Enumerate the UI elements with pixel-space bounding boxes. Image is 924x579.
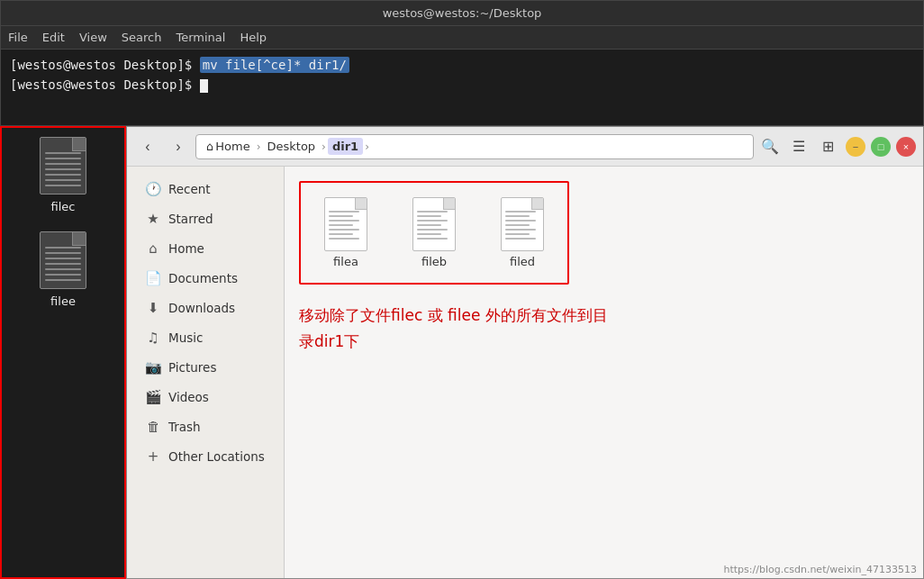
file-line: [329, 229, 359, 231]
fm-content: filea fileb: [285, 167, 923, 578]
breadcrumb-desktop[interactable]: Desktop: [262, 138, 320, 155]
sidebar-item-pictures[interactable]: 📷 Pictures: [131, 353, 280, 382]
sidebar-label-videos: Videos: [168, 390, 209, 404]
sidebar-item-other-locations[interactable]: + Other Locations: [131, 442, 280, 471]
downloads-icon: ⬇: [145, 300, 161, 316]
cursor: [200, 79, 208, 93]
file-line: [329, 220, 359, 222]
recent-icon: 🕐: [145, 181, 161, 197]
nav-back-button[interactable]: ‹: [134, 134, 161, 159]
prompt1: [westos@westos Desktop]$: [10, 58, 192, 72]
file-line: [45, 158, 81, 159]
prompt2: [westos@westos Desktop]$: [10, 77, 192, 92]
trash-icon: 🗑: [145, 419, 161, 435]
music-icon: ♫: [145, 330, 161, 346]
menu-search[interactable]: Search: [122, 31, 162, 44]
sidebar-item-music[interactable]: ♫ Music: [131, 323, 280, 352]
file-line: [45, 252, 81, 254]
left-panel: filec filee: [0, 126, 126, 579]
watermark: https://blog.csdn.net/weixin_47133513: [723, 564, 917, 575]
sidebar-label-home: Home: [168, 241, 204, 256]
sidebar-item-downloads[interactable]: ⬇ Downloads: [131, 294, 280, 322]
file-line: [329, 224, 353, 226]
desktop-file-filec[interactable]: filec: [40, 137, 86, 213]
view-grid-button[interactable]: ⊞: [815, 134, 840, 159]
breadcrumb-home-label: Home: [215, 140, 249, 153]
menu-edit[interactable]: Edit: [42, 31, 65, 44]
file-line: [505, 238, 536, 240]
annotation-text: 移动除了文件filec 或 filee 外的所有文件到目 录dir1下: [299, 303, 909, 355]
terminal-line2: [westos@westos Desktop]$: [10, 75, 914, 95]
close-button[interactable]: ×: [896, 137, 916, 157]
desktop-file-filee[interactable]: filee: [40, 231, 86, 308]
tb-right: 🔍 ☰ ⊞ − □ ×: [757, 134, 916, 159]
file-line: [505, 211, 536, 213]
file-icon-fileb: [412, 197, 456, 251]
view-list-button[interactable]: ☰: [786, 134, 811, 159]
sidebar-item-starred[interactable]: ★ Starred: [131, 204, 280, 233]
file-name-fileb: fileb: [421, 255, 447, 268]
nav-forward-button[interactable]: ›: [165, 134, 192, 159]
fm-sidebar: 🕐 Recent ★ Starred ⌂ Home 📄 Documents ⬇ …: [127, 167, 285, 578]
file-line: [45, 274, 81, 276]
breadcrumb-home[interactable]: ⌂ Home: [202, 138, 255, 155]
file-line: [505, 220, 536, 222]
file-line: [45, 152, 81, 154]
file-name-filee: filee: [50, 294, 76, 308]
file-line: [505, 215, 530, 217]
file-lines-filec: [45, 152, 81, 190]
home-sidebar-icon: ⌂: [145, 240, 161, 257]
file-icon-filec: [40, 137, 86, 195]
file-line: [417, 224, 441, 226]
breadcrumb-end: ›: [365, 140, 369, 153]
search-button[interactable]: 🔍: [757, 134, 783, 159]
file-line: [417, 238, 448, 240]
sidebar-item-recent[interactable]: 🕐 Recent: [131, 175, 280, 204]
minimize-button[interactable]: −: [846, 137, 865, 157]
file-line: [505, 224, 530, 226]
maximize-button[interactable]: □: [871, 137, 891, 157]
file-item-filed[interactable]: filed: [492, 192, 553, 274]
menu-file[interactable]: File: [8, 31, 28, 44]
menu-view[interactable]: View: [79, 31, 107, 44]
sidebar-item-documents[interactable]: 📄 Documents: [131, 264, 280, 293]
videos-icon: 🎬: [145, 389, 161, 405]
breadcrumb-desktop-label: Desktop: [267, 140, 315, 153]
sidebar-label-downloads: Downloads: [168, 301, 235, 315]
file-line: [329, 238, 359, 240]
file-lines-filed: [505, 211, 539, 242]
sidebar-item-videos[interactable]: 🎬 Videos: [131, 383, 280, 412]
location-bar: ⌂ Home › Desktop › dir1 ›: [195, 134, 754, 159]
menu-terminal[interactable]: Terminal: [176, 31, 225, 44]
file-lines-filea: [329, 211, 363, 242]
sidebar-label-starred: Starred: [168, 212, 213, 226]
file-name-filea: filea: [333, 255, 358, 268]
annotation-line2: 录dir1下: [299, 332, 359, 350]
file-line: [45, 185, 81, 186]
file-lines-filee: [45, 247, 81, 285]
file-line: [417, 211, 448, 213]
menu-help[interactable]: Help: [240, 31, 267, 44]
sidebar-label-trash: Trash: [168, 420, 201, 434]
file-item-filea[interactable]: filea: [315, 192, 376, 274]
file-line: [417, 233, 441, 235]
terminal-titlebar: westos@westos:~/Desktop: [1, 1, 923, 26]
breadcrumb-sep1: ›: [257, 140, 261, 153]
file-name-filec: filec: [51, 200, 76, 213]
file-lines-fileb: [417, 211, 451, 242]
starred-icon: ★: [145, 211, 161, 227]
file-line: [45, 174, 81, 176]
sidebar-label-pictures: Pictures: [168, 360, 216, 375]
file-line: [45, 168, 81, 170]
terminal-title: westos@westos:~/Desktop: [383, 6, 542, 20]
breadcrumb-dir1[interactable]: dir1: [328, 138, 363, 155]
file-line: [45, 247, 81, 249]
sidebar-item-home[interactable]: ⌂ Home: [131, 234, 280, 263]
file-line: [45, 163, 81, 165]
pictures-icon: 📷: [145, 359, 161, 375]
file-line: [417, 229, 448, 231]
sidebar-item-trash[interactable]: 🗑 Trash: [131, 412, 280, 441]
file-item-fileb[interactable]: fileb: [403, 192, 465, 274]
home-icon: ⌂: [206, 140, 213, 153]
file-icon-filea: [324, 197, 367, 251]
